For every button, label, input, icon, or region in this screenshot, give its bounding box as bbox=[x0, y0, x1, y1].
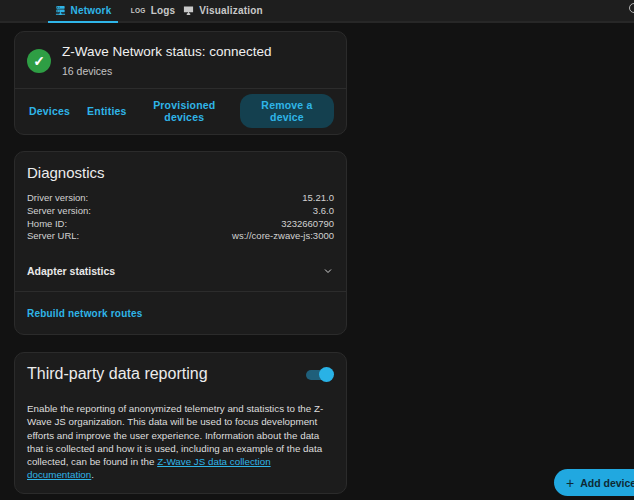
diagnostic-row-driver-version: Driver version: 15.21.0 bbox=[27, 192, 334, 205]
diagnostic-row-home-id: Home ID: 3232660790 bbox=[27, 218, 334, 231]
log-icon: LOG bbox=[131, 7, 146, 14]
reporting-title: Third-party data reporting bbox=[27, 365, 208, 383]
add-device-label: Add device bbox=[580, 477, 634, 489]
check-circle-icon: ✓ bbox=[27, 49, 51, 73]
server-network-icon bbox=[55, 5, 66, 16]
description-text-end: . bbox=[91, 469, 94, 480]
tab-logs[interactable]: LOG Logs bbox=[118, 0, 188, 21]
diagnostic-row-server-version: Server version: 3.6.0 bbox=[27, 205, 334, 218]
tab-visualization-label: Visualization bbox=[199, 5, 263, 16]
devices-button[interactable]: Devices bbox=[27, 101, 72, 121]
row-label: Server version: bbox=[27, 205, 91, 218]
network-status-title: Z-Wave Network status: connected bbox=[62, 43, 272, 60]
add-device-button[interactable]: + Add device bbox=[554, 469, 634, 496]
provisioned-devices-button[interactable]: Provisioned devices bbox=[142, 95, 227, 127]
row-value: 3232660790 bbox=[281, 218, 334, 231]
diagnostic-row-server-url: Server URL: ws://core-zwave-js:3000 bbox=[27, 230, 334, 243]
remove-device-button[interactable]: Remove a device bbox=[240, 94, 334, 128]
top-tab-bar: Network LOG Logs Visualization bbox=[0, 0, 634, 23]
tab-list: Network LOG Logs Visualization bbox=[48, 0, 258, 21]
diagnostics-card: Diagnostics Driver version: 15.21.0 Serv… bbox=[14, 151, 347, 335]
monitor-icon bbox=[183, 5, 194, 16]
toggle-thumb bbox=[319, 367, 334, 382]
network-status-card: ✓ Z-Wave Network status: connected 16 de… bbox=[14, 31, 347, 135]
diagnostics-title: Diagnostics bbox=[27, 164, 334, 181]
row-value: 3.6.0 bbox=[313, 205, 334, 218]
third-party-reporting-card: Third-party data reporting Enable the re… bbox=[14, 352, 347, 494]
row-label: Home ID: bbox=[27, 218, 67, 231]
search-icon[interactable] bbox=[629, 3, 634, 13]
row-label: Driver version: bbox=[27, 192, 88, 205]
network-status-header: ✓ Z-Wave Network status: connected 16 de… bbox=[15, 32, 346, 88]
row-value: 15.21.0 bbox=[302, 192, 334, 205]
reporting-toggle[interactable] bbox=[304, 367, 334, 382]
adapter-statistics-expander[interactable]: Adapter statistics bbox=[27, 257, 334, 285]
chevron-down-icon bbox=[322, 265, 334, 277]
device-count: 16 devices bbox=[62, 64, 272, 78]
tab-network[interactable]: Network bbox=[48, 0, 118, 21]
tab-network-label: Network bbox=[71, 5, 112, 16]
tab-visualization[interactable]: Visualization bbox=[188, 0, 258, 21]
adapter-statistics-label: Adapter statistics bbox=[27, 265, 115, 277]
plus-icon: + bbox=[566, 476, 574, 490]
row-value: ws://core-zwave-js:3000 bbox=[232, 230, 334, 243]
reporting-description: Enable the reporting of anonymized telem… bbox=[27, 402, 334, 481]
rebuild-network-routes-button[interactable]: Rebuild network routes bbox=[27, 308, 143, 319]
tab-logs-label: Logs bbox=[151, 5, 176, 16]
status-actions-row: Devices Entities Provisioned devices Rem… bbox=[15, 88, 346, 134]
entities-button[interactable]: Entities bbox=[85, 101, 129, 121]
row-label: Server URL: bbox=[27, 230, 79, 243]
